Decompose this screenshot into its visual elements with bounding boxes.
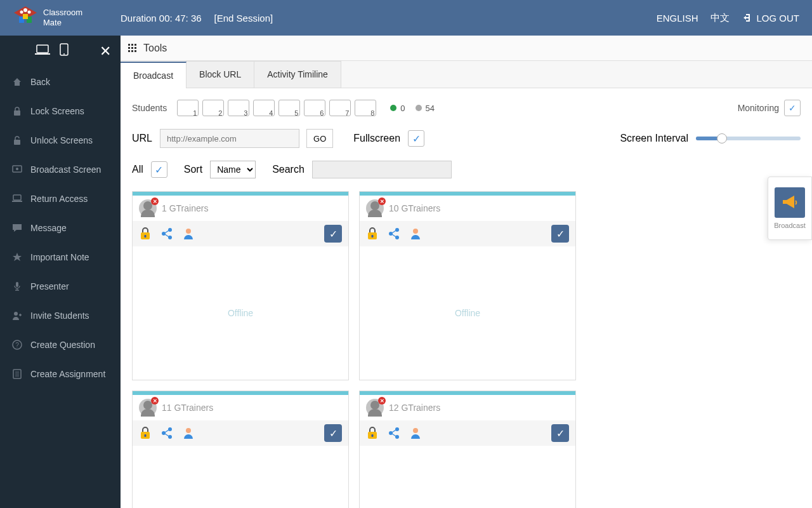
svg-rect-29 [131,47,133,49]
card-body: Offline [133,246,348,380]
tools-bar: Tools [121,36,812,61]
student-name: 11 GTrainers [162,403,213,413]
sidebar-item-invite-students[interactable]: Invite Students [0,301,121,330]
avatar-icon: ✕ [139,399,157,417]
go-button[interactable]: GO [306,129,333,148]
svg-rect-31 [128,50,130,52]
fullscreen-checkbox[interactable]: ✓ [408,130,424,147]
logo: Classroom Mate [13,5,121,30]
svg-point-65 [413,428,418,433]
url-label: URL [132,133,152,144]
screen-interval-slider[interactable] [696,137,801,140]
layout-option-5[interactable]: 5 [278,100,300,116]
select-checkbox[interactable]: ✓ [324,424,342,442]
svg-point-57 [186,428,191,433]
end-session-link[interactable]: [End Session] [214,13,273,23]
tab-activity-timiline[interactable]: Activity Timiline [254,61,341,88]
broadcast-float-button[interactable]: Broadcast [768,177,812,240]
lang-english[interactable]: ENGLISH [657,13,698,23]
layout-option-7[interactable]: 7 [329,100,351,116]
sidebar-item-label: Back [30,77,50,87]
logout-icon [742,13,752,23]
user-icon[interactable] [182,227,195,240]
message-icon [11,222,23,234]
lock-icon[interactable] [139,427,152,439]
sidebar-item-broadcast-screen[interactable]: Broadcast Screen [0,155,121,184]
lock-icon[interactable] [139,227,152,240]
select-checkbox[interactable]: ✓ [324,225,342,243]
share-icon[interactable] [388,227,400,240]
mic-icon [11,281,23,292]
user-icon[interactable] [409,427,422,439]
svg-line-40 [165,234,169,237]
laptop-icon[interactable] [35,43,50,60]
search-input[interactable] [312,161,452,178]
user-icon[interactable] [409,227,422,240]
svg-point-38 [168,236,172,239]
students-row: Students 12345678 0 54 Monitoring ✓ [132,100,801,116]
student-card: ✕10 GTrainers✓Offline [359,191,576,380]
user-icon[interactable] [182,427,195,439]
top-header: Classroom Mate Duration 00: 47: 36 [End … [0,0,812,36]
share-icon[interactable] [388,427,400,439]
screen-icon [11,164,23,175]
svg-rect-30 [134,47,136,49]
star-icon [11,251,23,263]
layout-option-4[interactable]: 4 [253,100,275,116]
all-checkbox[interactable]: ✓ [151,161,167,178]
status-badge-icon: ✕ [378,197,386,205]
tab-block-url[interactable]: Block URL [186,61,254,88]
layout-option-6[interactable]: 6 [304,100,325,116]
tabs: BroadcastBlock URLActivity Timiline [121,61,812,88]
sidebar-item-message[interactable]: Message [0,213,121,243]
layout-option-8[interactable]: 8 [355,100,376,116]
card-header: ✕11 GTrainers [133,395,348,420]
all-label: All [132,164,143,175]
svg-point-62 [395,435,399,439]
lang-chinese[interactable]: 中文 [710,12,730,24]
share-icon[interactable] [160,227,173,240]
monitoring-label: Monitoring [738,103,779,113]
sidebar-item-important-note[interactable]: Important Note [0,243,121,272]
card-header: ✕10 GTrainers [360,196,575,221]
url-row: URL GO Fullscreen ✓ Screen Interval [132,129,801,148]
controls-panel: Students 12345678 0 54 Monitoring ✓ URL [121,88,812,185]
filter-row: All ✓ Sort Name Search [132,161,801,178]
sidebar-item-lock-screens[interactable]: Lock Screens [0,97,121,126]
svg-line-48 [392,234,396,237]
student-name: 1 GTrainers [162,203,208,213]
assign-icon [11,368,23,380]
logout-button[interactable]: LOG OUT [742,13,799,23]
layout-option-3[interactable]: 3 [228,100,249,116]
close-icon[interactable]: ✕ [100,43,111,60]
sidebar-item-create-question[interactable]: ?Create Question [0,330,121,359]
tablet-icon[interactable] [60,43,69,60]
svg-point-54 [168,435,172,439]
card-actions: ✓ [133,221,348,246]
svg-point-14 [16,168,18,170]
select-checkbox[interactable]: ✓ [551,225,569,243]
sidebar-item-return-access[interactable]: Return Access [0,184,121,213]
layout-option-1[interactable]: 1 [177,100,199,116]
sidebar-item-presenter[interactable]: Presenter [0,272,121,301]
share-icon[interactable] [160,427,173,439]
svg-rect-15 [13,195,21,200]
card-body: Offline [360,246,575,380]
sort-select[interactable]: Name [210,161,256,178]
status-badge-icon: ✕ [378,397,386,404]
lock-icon[interactable] [366,227,379,240]
svg-point-49 [413,229,418,234]
sidebar-item-create-assignment[interactable]: Create Assignment [0,359,121,389]
monitoring-checkbox[interactable]: ✓ [784,100,801,116]
online-dot-icon [390,105,396,111]
tab-broadcast[interactable]: Broadcast [121,62,187,88]
layout-option-2[interactable]: 2 [202,100,224,116]
sidebar-item-unlock-screens[interactable]: Unlock Screens [0,126,121,155]
select-checkbox[interactable]: ✓ [551,424,569,442]
sidebar-item-back[interactable]: Back [0,67,121,97]
lock-icon[interactable] [366,427,379,439]
logo-text: Classroom Mate [43,8,82,27]
sidebar-item-label: Create Assignment [30,369,105,379]
url-input[interactable] [160,129,299,148]
svg-rect-12 [14,140,20,145]
